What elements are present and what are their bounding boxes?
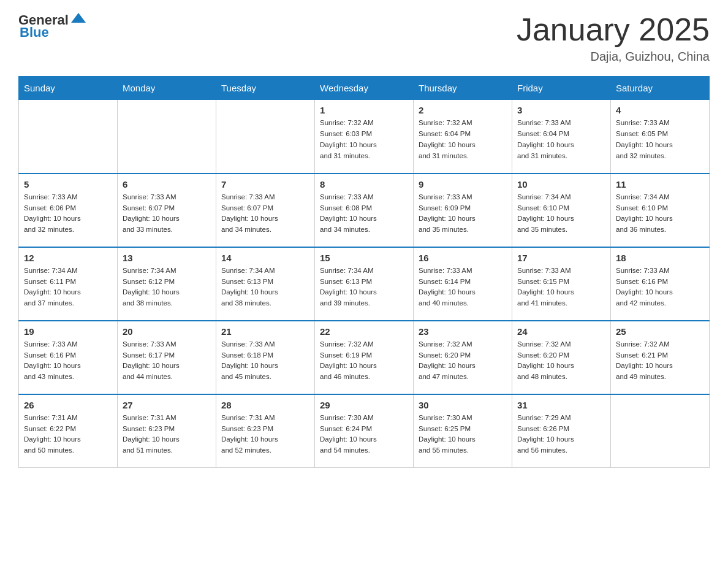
calendar-cell: 29Sunrise: 7:30 AM Sunset: 6:24 PM Dayli…	[315, 394, 414, 468]
calendar-table: SundayMondayTuesdayWednesdayThursdayFrid…	[18, 76, 710, 468]
day-number: 20	[123, 326, 211, 337]
day-number: 30	[419, 400, 507, 410]
day-info: Sunrise: 7:32 AM Sunset: 6:21 PM Dayligh…	[616, 339, 704, 383]
calendar-cell: 22Sunrise: 7:32 AM Sunset: 6:19 PM Dayli…	[315, 321, 414, 394]
day-info: Sunrise: 7:31 AM Sunset: 6:23 PM Dayligh…	[221, 413, 309, 456]
day-info: Sunrise: 7:34 AM Sunset: 6:11 PM Dayligh…	[24, 266, 112, 309]
calendar-cell	[216, 100, 315, 174]
location-subtitle: Dajia, Guizhou, China	[517, 50, 710, 64]
svg-marker-0	[71, 13, 86, 23]
day-info: Sunrise: 7:33 AM Sunset: 6:07 PM Dayligh…	[123, 192, 211, 236]
day-number: 21	[221, 326, 309, 337]
day-info: Sunrise: 7:32 AM Sunset: 6:20 PM Dayligh…	[517, 339, 605, 383]
day-number: 25	[616, 326, 704, 337]
calendar-cell: 13Sunrise: 7:34 AM Sunset: 6:12 PM Dayli…	[118, 247, 216, 321]
day-info: Sunrise: 7:32 AM Sunset: 6:20 PM Dayligh…	[419, 339, 507, 383]
column-header-sunday: Sunday	[19, 77, 118, 100]
column-header-saturday: Saturday	[611, 77, 710, 100]
day-info: Sunrise: 7:33 AM Sunset: 6:06 PM Dayligh…	[24, 192, 112, 236]
day-number: 17	[517, 253, 605, 263]
calendar-cell: 21Sunrise: 7:33 AM Sunset: 6:18 PM Dayli…	[216, 321, 315, 394]
day-info: Sunrise: 7:33 AM Sunset: 6:08 PM Dayligh…	[320, 192, 408, 236]
day-info: Sunrise: 7:29 AM Sunset: 6:26 PM Dayligh…	[517, 413, 605, 456]
day-info: Sunrise: 7:33 AM Sunset: 6:18 PM Dayligh…	[221, 339, 309, 383]
calendar-cell: 12Sunrise: 7:34 AM Sunset: 6:11 PM Dayli…	[19, 247, 118, 321]
day-number: 5	[24, 179, 112, 190]
calendar-week-3: 12Sunrise: 7:34 AM Sunset: 6:11 PM Dayli…	[19, 247, 710, 321]
calendar-cell: 15Sunrise: 7:34 AM Sunset: 6:13 PM Dayli…	[315, 247, 414, 321]
column-header-monday: Monday	[118, 77, 216, 100]
calendar-cell: 25Sunrise: 7:32 AM Sunset: 6:21 PM Dayli…	[611, 321, 710, 394]
day-info: Sunrise: 7:34 AM Sunset: 6:13 PM Dayligh…	[221, 266, 309, 309]
day-number: 27	[123, 400, 211, 410]
day-info: Sunrise: 7:34 AM Sunset: 6:12 PM Dayligh…	[123, 266, 211, 309]
calendar-cell: 14Sunrise: 7:34 AM Sunset: 6:13 PM Dayli…	[216, 247, 315, 321]
day-number: 7	[221, 179, 309, 190]
column-header-thursday: Thursday	[414, 77, 512, 100]
day-info: Sunrise: 7:33 AM Sunset: 6:16 PM Dayligh…	[616, 266, 704, 309]
calendar-cell: 8Sunrise: 7:33 AM Sunset: 6:08 PM Daylig…	[315, 174, 414, 247]
day-number: 3	[517, 105, 605, 115]
day-info: Sunrise: 7:30 AM Sunset: 6:25 PM Dayligh…	[419, 413, 507, 456]
calendar-cell: 18Sunrise: 7:33 AM Sunset: 6:16 PM Dayli…	[611, 247, 710, 321]
calendar-cell: 11Sunrise: 7:34 AM Sunset: 6:10 PM Dayli…	[611, 174, 710, 247]
day-number: 13	[123, 253, 211, 263]
day-info: Sunrise: 7:32 AM Sunset: 6:04 PM Dayligh…	[419, 118, 507, 161]
day-number: 9	[419, 179, 507, 190]
day-info: Sunrise: 7:33 AM Sunset: 6:16 PM Dayligh…	[24, 339, 112, 383]
calendar-cell: 1Sunrise: 7:32 AM Sunset: 6:03 PM Daylig…	[315, 100, 414, 174]
column-header-tuesday: Tuesday	[216, 77, 315, 100]
calendar-cell: 20Sunrise: 7:33 AM Sunset: 6:17 PM Dayli…	[118, 321, 216, 394]
calendar-cell	[118, 100, 216, 174]
day-info: Sunrise: 7:34 AM Sunset: 6:10 PM Dayligh…	[616, 192, 704, 236]
calendar-cell: 28Sunrise: 7:31 AM Sunset: 6:23 PM Dayli…	[216, 394, 315, 468]
day-info: Sunrise: 7:33 AM Sunset: 6:07 PM Dayligh…	[221, 192, 309, 236]
day-number: 19	[24, 326, 112, 337]
calendar-week-4: 19Sunrise: 7:33 AM Sunset: 6:16 PM Dayli…	[19, 321, 710, 394]
day-number: 4	[616, 105, 704, 115]
day-number: 15	[320, 253, 408, 263]
column-header-wednesday: Wednesday	[315, 77, 414, 100]
title-block: January 2025 Dajia, Guizhou, China	[517, 12, 710, 64]
calendar-cell: 10Sunrise: 7:34 AM Sunset: 6:10 PM Dayli…	[512, 174, 611, 247]
calendar-cell: 27Sunrise: 7:31 AM Sunset: 6:23 PM Dayli…	[118, 394, 216, 468]
calendar-cell: 9Sunrise: 7:33 AM Sunset: 6:09 PM Daylig…	[414, 174, 512, 247]
day-number: 11	[616, 179, 704, 190]
logo-text-blue: Blue	[20, 25, 49, 40]
calendar-cell: 3Sunrise: 7:33 AM Sunset: 6:04 PM Daylig…	[512, 100, 611, 174]
calendar-header-row: SundayMondayTuesdayWednesdayThursdayFrid…	[19, 77, 710, 100]
day-number: 8	[320, 179, 408, 190]
day-info: Sunrise: 7:34 AM Sunset: 6:10 PM Dayligh…	[517, 192, 605, 236]
day-info: Sunrise: 7:30 AM Sunset: 6:24 PM Dayligh…	[320, 413, 408, 456]
day-number: 26	[24, 400, 112, 410]
calendar-cell: 30Sunrise: 7:30 AM Sunset: 6:25 PM Dayli…	[414, 394, 512, 468]
day-info: Sunrise: 7:33 AM Sunset: 6:05 PM Dayligh…	[616, 118, 704, 161]
day-info: Sunrise: 7:32 AM Sunset: 6:19 PM Dayligh…	[320, 339, 408, 383]
page-header: General Blue January 2025 Dajia, Guizhou…	[18, 12, 710, 64]
column-header-friday: Friday	[512, 77, 611, 100]
day-number: 22	[320, 326, 408, 337]
day-info: Sunrise: 7:33 AM Sunset: 6:17 PM Dayligh…	[123, 339, 211, 383]
calendar-cell: 31Sunrise: 7:29 AM Sunset: 6:26 PM Dayli…	[512, 394, 611, 468]
day-info: Sunrise: 7:33 AM Sunset: 6:09 PM Dayligh…	[419, 192, 507, 236]
day-number: 31	[517, 400, 605, 410]
calendar-cell: 26Sunrise: 7:31 AM Sunset: 6:22 PM Dayli…	[19, 394, 118, 468]
calendar-cell: 4Sunrise: 7:33 AM Sunset: 6:05 PM Daylig…	[611, 100, 710, 174]
day-number: 1	[320, 105, 408, 115]
day-info: Sunrise: 7:33 AM Sunset: 6:15 PM Dayligh…	[517, 266, 605, 309]
calendar-cell: 2Sunrise: 7:32 AM Sunset: 6:04 PM Daylig…	[414, 100, 512, 174]
day-number: 18	[616, 253, 704, 263]
day-number: 24	[517, 326, 605, 337]
day-number: 14	[221, 253, 309, 263]
day-number: 16	[419, 253, 507, 263]
calendar-cell: 19Sunrise: 7:33 AM Sunset: 6:16 PM Dayli…	[19, 321, 118, 394]
logo-icon	[70, 10, 87, 28]
calendar-cell: 24Sunrise: 7:32 AM Sunset: 6:20 PM Dayli…	[512, 321, 611, 394]
day-number: 23	[419, 326, 507, 337]
day-number: 29	[320, 400, 408, 410]
calendar-cell: 17Sunrise: 7:33 AM Sunset: 6:15 PM Dayli…	[512, 247, 611, 321]
calendar-cell: 5Sunrise: 7:33 AM Sunset: 6:06 PM Daylig…	[19, 174, 118, 247]
calendar-week-2: 5Sunrise: 7:33 AM Sunset: 6:06 PM Daylig…	[19, 174, 710, 247]
day-info: Sunrise: 7:33 AM Sunset: 6:14 PM Dayligh…	[419, 266, 507, 309]
day-info: Sunrise: 7:33 AM Sunset: 6:04 PM Dayligh…	[517, 118, 605, 161]
